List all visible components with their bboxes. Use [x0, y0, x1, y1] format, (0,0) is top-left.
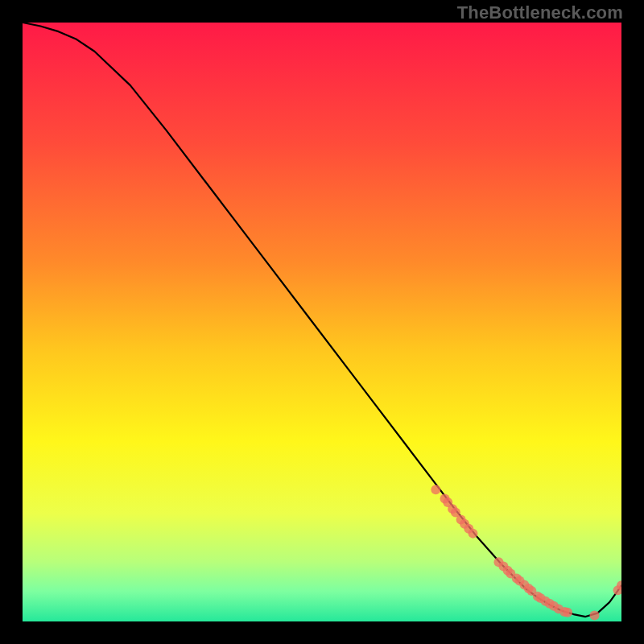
scatter-dot [590, 611, 600, 621]
watermark-text: TheBottleneck.com [457, 2, 623, 23]
plot-background [23, 23, 621, 621]
chart-frame: TheBottleneck.com [0, 0, 644, 644]
plot-area [23, 23, 621, 621]
scatter-dot [431, 485, 440, 494]
plot-svg [23, 23, 621, 621]
scatter-dot [563, 608, 572, 617]
scatter-dot [468, 529, 477, 539]
